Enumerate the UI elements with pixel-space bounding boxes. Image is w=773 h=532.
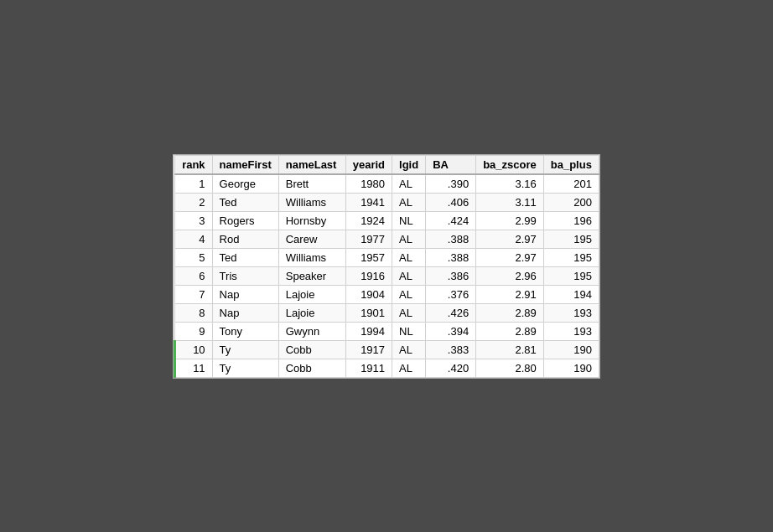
table-cell: AL — [392, 193, 426, 211]
table-cell: AL — [392, 359, 426, 377]
table-cell: .388 — [426, 230, 476, 248]
table-cell: .406 — [426, 193, 476, 211]
table-cell: Ted — [212, 248, 278, 266]
table-cell: 1924 — [345, 211, 392, 230]
table-cell: Brett — [278, 174, 345, 194]
table-cell: 190 — [543, 340, 599, 359]
table-row: 5TedWilliams1957AL.3882.97195 — [175, 248, 599, 266]
col-header-namefirst: nameFirst — [212, 155, 278, 174]
table-cell: 195 — [543, 266, 599, 285]
table-cell: 4 — [175, 230, 212, 248]
table-cell: Ty — [212, 359, 278, 377]
table-row: 6TrisSpeaker1916AL.3862.96195 — [175, 266, 599, 285]
table-cell: 1941 — [345, 193, 392, 211]
table-cell: George — [212, 174, 278, 194]
col-header-zscore: ba_zscore — [476, 155, 544, 174]
table-row: 3RogersHornsby1924NL.4242.99196 — [175, 211, 599, 230]
col-header-yearid: yearid — [345, 155, 392, 174]
table-cell: Carew — [278, 230, 345, 248]
table-cell: 11 — [175, 359, 212, 377]
table-cell: .394 — [426, 322, 476, 340]
table-cell: AL — [392, 230, 426, 248]
col-header-namelast: nameLast — [278, 155, 345, 174]
table-row: 10TyCobb1917AL.3832.81190 — [175, 340, 599, 359]
table-cell: 201 — [543, 174, 599, 194]
table-cell: .376 — [426, 285, 476, 303]
col-header-lgid: lgid — [392, 155, 426, 174]
table-cell: .388 — [426, 248, 476, 266]
table-row: 11TyCobb1911AL.4202.80190 — [175, 359, 599, 377]
table-cell: Ted — [212, 193, 278, 211]
table-cell: .426 — [426, 303, 476, 322]
table-cell: .386 — [426, 266, 476, 285]
table-cell: 5 — [175, 248, 212, 266]
spreadsheet: rank nameFirst nameLast yearid lgid BA b… — [173, 154, 600, 379]
table-cell: 7 — [175, 285, 212, 303]
table-cell: Cobb — [278, 359, 345, 377]
data-table: rank nameFirst nameLast yearid lgid BA b… — [174, 155, 599, 378]
table-cell: 195 — [543, 248, 599, 266]
table-cell: 1994 — [345, 322, 392, 340]
table-cell: Speaker — [278, 266, 345, 285]
table-cell: Ty — [212, 340, 278, 359]
table-row: 4RodCarew1977AL.3882.97195 — [175, 230, 599, 248]
table-row: 8NapLajoie1901AL.4262.89193 — [175, 303, 599, 322]
table-cell: 1957 — [345, 248, 392, 266]
table-cell: 6 — [175, 266, 212, 285]
table-cell: 193 — [543, 303, 599, 322]
table-cell: AL — [392, 303, 426, 322]
table-cell: 2.97 — [476, 248, 544, 266]
table-cell: 2.91 — [476, 285, 544, 303]
table-cell: Nap — [212, 285, 278, 303]
table-cell: 9 — [175, 322, 212, 340]
col-header-baplus: ba_plus — [543, 155, 599, 174]
table-cell: AL — [392, 340, 426, 359]
table-cell: Nap — [212, 303, 278, 322]
table-cell: AL — [392, 285, 426, 303]
table-cell: 190 — [543, 359, 599, 377]
table-cell: 1901 — [345, 303, 392, 322]
table-cell: 2 — [175, 193, 212, 211]
table-cell: 196 — [543, 211, 599, 230]
table-cell: 195 — [543, 230, 599, 248]
table-cell: AL — [392, 266, 426, 285]
table-cell: Lajoie — [278, 303, 345, 322]
table-cell: 2.89 — [476, 303, 544, 322]
table-cell: 2.97 — [476, 230, 544, 248]
table-cell: 10 — [175, 340, 212, 359]
table-cell: .383 — [426, 340, 476, 359]
table-cell: 1911 — [345, 359, 392, 377]
table-cell: Rogers — [212, 211, 278, 230]
table-cell: 1917 — [345, 340, 392, 359]
table-cell: AL — [392, 174, 426, 194]
table-cell: 3 — [175, 211, 212, 230]
table-cell: 193 — [543, 322, 599, 340]
table-cell: Rod — [212, 230, 278, 248]
table-cell: 2.99 — [476, 211, 544, 230]
table-cell: 2.81 — [476, 340, 544, 359]
table-cell: Williams — [278, 248, 345, 266]
table-row: 9TonyGwynn1994NL.3942.89193 — [175, 322, 599, 340]
table-cell: NL — [392, 211, 426, 230]
table-row: 7NapLajoie1904AL.3762.91194 — [175, 285, 599, 303]
table-cell: .420 — [426, 359, 476, 377]
table-cell: .390 — [426, 174, 476, 194]
table-cell: 2.80 — [476, 359, 544, 377]
table-cell: 2.96 — [476, 266, 544, 285]
table-cell: 3.16 — [476, 174, 544, 194]
table-cell: 1916 — [345, 266, 392, 285]
table-cell: AL — [392, 248, 426, 266]
table-cell: Cobb — [278, 340, 345, 359]
table-cell: 2.89 — [476, 322, 544, 340]
table-cell: Williams — [278, 193, 345, 211]
table-cell: Tony — [212, 322, 278, 340]
table-cell: 1977 — [345, 230, 392, 248]
table-cell: 1904 — [345, 285, 392, 303]
table-cell: 8 — [175, 303, 212, 322]
col-header-ba: BA — [426, 155, 476, 174]
table-cell: 194 — [543, 285, 599, 303]
table-cell: Gwynn — [278, 322, 345, 340]
table-cell: 3.11 — [476, 193, 544, 211]
table-cell: Hornsby — [278, 211, 345, 230]
table-cell: 1980 — [345, 174, 392, 194]
